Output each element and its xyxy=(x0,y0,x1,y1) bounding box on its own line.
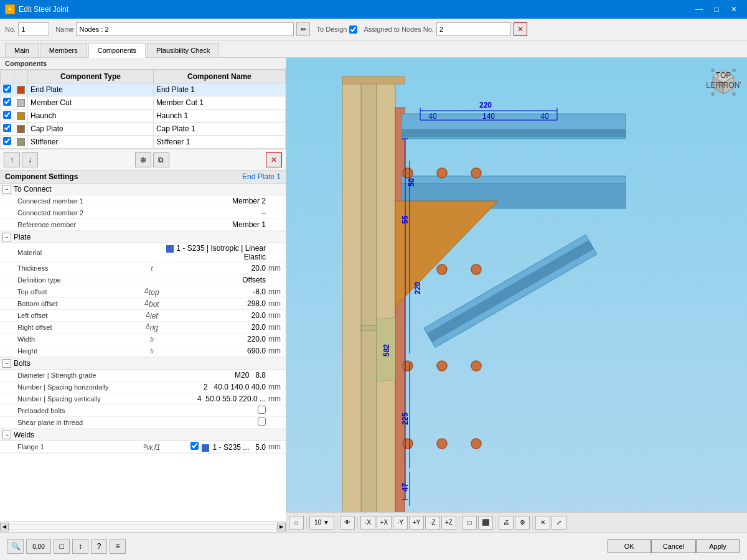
component-row[interactable]: Member Cut Member Cut 1 xyxy=(1,96,286,110)
horizontal-scrollbar[interactable]: ◀ ▶ xyxy=(0,521,286,532)
col-type: Component Type xyxy=(28,70,154,83)
dim-140: 140 xyxy=(482,112,495,121)
svg-rect-7 xyxy=(402,176,626,184)
diameter-value: M20 8.8 xyxy=(164,371,268,380)
bottom-offset-label: Bottom offset xyxy=(15,299,139,308)
component-checkbox[interactable] xyxy=(3,137,11,145)
to-design-checkbox[interactable] xyxy=(349,26,357,34)
component-row[interactable]: Cap Plate Cap Plate 1 xyxy=(1,123,286,136)
minimize-button[interactable]: — xyxy=(691,3,707,16)
scroll-left-btn[interactable]: ◀ xyxy=(0,523,9,531)
view-cube[interactable]: TOP LEFT FRONT xyxy=(707,64,741,98)
welds-toggle[interactable]: − xyxy=(2,431,11,439)
preloaded-bolts-label: Preloaded bolts xyxy=(15,406,139,415)
3d-view-svg: 220 40 140 40 50 55 220 xyxy=(286,58,747,532)
reference-member-value: Member 1 xyxy=(164,220,268,229)
to-connect-header[interactable]: − To Connect xyxy=(0,184,286,195)
view-sep-6 xyxy=(532,516,533,529)
view-y-neg-button[interactable]: -Y xyxy=(393,516,408,530)
col-name: Component Name xyxy=(153,70,285,83)
name-input[interactable] xyxy=(76,22,294,36)
settings-section: Component Settings End Plate 1 − To Conn… xyxy=(0,170,286,521)
svg-point-20 xyxy=(471,439,481,449)
svg-rect-1 xyxy=(361,77,377,532)
view-close-button[interactable]: ✕ xyxy=(535,516,550,530)
view-y-pos-button[interactable]: +Y xyxy=(409,516,424,530)
view-x-neg-button[interactable]: -X xyxy=(360,516,375,530)
scroll-right-btn[interactable]: ▶ xyxy=(277,523,286,531)
ok-button[interactable]: OK xyxy=(608,539,651,553)
menu-button[interactable]: ≡ xyxy=(110,539,126,554)
component-name: End Plate 1 xyxy=(153,83,285,96)
right-offset-row: Right offset Δrig 20.0 mm xyxy=(0,322,286,334)
view-home-button[interactable]: ⌂ xyxy=(289,516,304,530)
component-checkbox[interactable] xyxy=(3,124,11,132)
tab-plausibility[interactable]: Plausibility Check xyxy=(147,43,219,57)
component-checkbox[interactable] xyxy=(3,111,11,119)
tab-members[interactable]: Members xyxy=(40,43,87,57)
assigned-input[interactable] xyxy=(436,22,511,36)
dim-40-right: 40 xyxy=(540,112,549,121)
no-input[interactable] xyxy=(18,22,49,36)
component-color-swatch xyxy=(17,125,25,133)
move-up-button[interactable]: ↑ xyxy=(4,152,20,167)
shear-plane-checkbox[interactable] xyxy=(258,418,266,426)
component-checkbox[interactable] xyxy=(3,85,11,93)
component-checkbox[interactable] xyxy=(3,98,11,106)
view-sep-3 xyxy=(357,516,358,529)
value-button[interactable]: 0,00 xyxy=(26,539,51,554)
name-edit-button[interactable]: ✏ xyxy=(296,22,310,36)
settings-header: Component Settings End Plate 1 xyxy=(0,170,286,184)
view-print-button[interactable]: 🖨 xyxy=(499,516,514,530)
view-expand-button[interactable]: ⤢ xyxy=(552,516,566,530)
plate-header[interactable]: − Plate xyxy=(0,231,286,243)
tab-components[interactable]: Components xyxy=(88,43,146,58)
view-mode-button[interactable]: 👁 xyxy=(340,516,355,530)
bolts-header[interactable]: − Bolts xyxy=(0,358,286,370)
component-row[interactable]: Haunch Haunch 1 xyxy=(1,110,286,123)
spacing-v-row: Number | Spacing vertically 4 50.0 55.0 … xyxy=(0,393,286,405)
svg-rect-6 xyxy=(402,129,626,137)
view-render-button[interactable]: ◻ xyxy=(462,516,477,530)
welds-header[interactable]: − Welds xyxy=(0,429,286,441)
duplicate-component-button[interactable]: ⧉ xyxy=(153,152,169,167)
preloaded-bolts-value xyxy=(164,406,268,416)
dim-40-left: 40 xyxy=(428,112,437,121)
help-button[interactable]: ? xyxy=(91,539,107,554)
delete-component-button[interactable]: ✕ xyxy=(266,152,282,167)
cancel-button[interactable]: Cancel xyxy=(651,539,696,553)
info-bar: No. Name ✏ To Design Assigned to Nodes N… xyxy=(0,19,747,40)
reference-member-label: Reference member xyxy=(15,220,139,229)
close-button[interactable]: ✕ xyxy=(726,3,742,16)
plate-toggle[interactable]: − xyxy=(2,233,11,241)
maximize-button[interactable]: □ xyxy=(708,3,725,16)
view-sep-5 xyxy=(496,516,496,529)
preloaded-bolts-checkbox[interactable] xyxy=(258,406,266,414)
bottom-offset-unit: mm xyxy=(268,299,286,308)
component-name: Stiffener 1 xyxy=(153,136,285,149)
search-button[interactable]: 🔍 xyxy=(7,539,24,554)
add-component-button[interactable]: ⊕ xyxy=(135,152,151,167)
top-offset-row: Top offset Δtop -8.0 mm xyxy=(0,286,286,298)
flange-1-label: Flange 1 xyxy=(15,442,139,451)
component-row[interactable]: End Plate End Plate 1 xyxy=(1,83,286,96)
component-row[interactable]: Stiffener Stiffener 1 xyxy=(1,136,286,149)
view-z-pos-button[interactable]: +Z xyxy=(441,516,456,530)
move-down-button[interactable]: ↓ xyxy=(22,152,38,167)
spacing-v-label: Number | Spacing vertically xyxy=(15,394,139,403)
view-settings-button[interactable]: ⚙ xyxy=(515,516,530,530)
zoom-button[interactable]: ↕ xyxy=(72,539,88,554)
to-connect-toggle[interactable]: − xyxy=(2,185,11,194)
tab-main[interactable]: Main xyxy=(5,43,39,57)
view-z-neg-button[interactable]: -Z xyxy=(425,516,440,530)
view-wireframe-button[interactable]: ⬛ xyxy=(478,516,493,530)
apply-button[interactable]: Apply xyxy=(696,539,740,553)
select-button[interactable]: □ xyxy=(54,539,70,554)
left-work-panel: Components Component Type Component Name xyxy=(0,58,286,532)
flange-1-checkbox[interactable] xyxy=(190,442,199,450)
view-x-pos-button[interactable]: +X xyxy=(377,516,392,530)
bolts-toggle[interactable]: − xyxy=(2,359,11,368)
view-scale-button[interactable]: 10 ▼ xyxy=(309,516,334,530)
assigned-delete-button[interactable]: ✕ xyxy=(514,22,527,36)
svg-point-51 xyxy=(732,68,736,72)
